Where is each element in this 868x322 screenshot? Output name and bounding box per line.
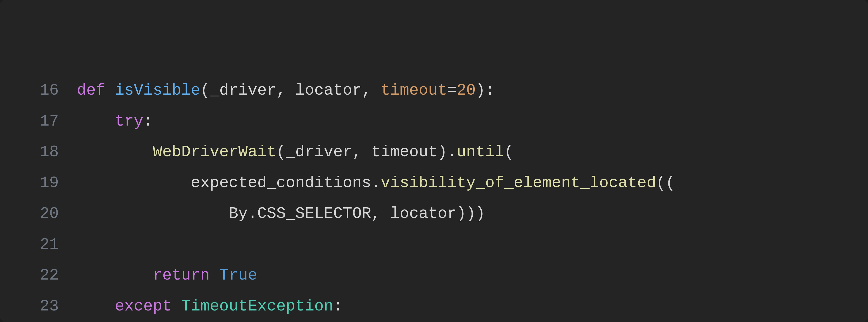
code-token	[105, 81, 115, 99]
code-token: (	[504, 143, 514, 161]
code-token: CSS_SELECTOR	[257, 205, 371, 223]
code-token: ,	[371, 205, 381, 223]
code-token: try	[115, 112, 143, 130]
code-content[interactable]: except TimeoutException:	[77, 291, 868, 322]
line-number: 22	[0, 260, 77, 291]
code-token: ,	[352, 143, 362, 161]
code-line[interactable]: 19 expected_conditions.visibility_of_ele…	[0, 168, 868, 199]
code-token: _driver	[210, 81, 276, 99]
code-line[interactable]: 23 except TimeoutException:	[0, 291, 868, 322]
code-line[interactable]: 16def isVisible(_driver, locator, timeou…	[0, 75, 868, 106]
code-token	[172, 297, 181, 315]
line-number: 18	[0, 137, 77, 168]
indent	[77, 143, 153, 161]
code-content[interactable]: return True	[77, 260, 868, 291]
code-token: :	[143, 112, 153, 130]
code-token	[381, 205, 390, 223]
code-token: (	[200, 81, 210, 99]
code-token: True	[219, 266, 257, 284]
code-line[interactable]: 22 return True	[0, 260, 868, 291]
code-token: By	[229, 205, 248, 223]
code-token: ,	[276, 81, 286, 99]
line-number: 17	[0, 106, 77, 137]
code-token: .	[447, 143, 457, 161]
code-token: ,	[362, 81, 371, 99]
code-token: _driver	[286, 143, 352, 161]
line-number: 16	[0, 75, 77, 106]
code-token: TimeoutException	[181, 297, 333, 315]
code-token: return	[153, 266, 210, 284]
code-token: .	[248, 205, 257, 223]
code-token: (	[656, 174, 665, 192]
code-content[interactable]: expected_conditions.visibility_of_elemen…	[77, 168, 868, 199]
code-token	[362, 143, 371, 161]
code-token: visibility_of_element_located	[381, 174, 656, 192]
code-token: )	[438, 143, 447, 161]
code-token	[286, 81, 295, 99]
code-content[interactable]: By.CSS_SELECTOR, locator)))	[77, 199, 868, 229]
code-token: 20	[457, 81, 475, 99]
code-token: except	[115, 297, 172, 315]
code-token: =	[447, 81, 457, 99]
code-token: (	[665, 174, 675, 192]
code-token: )	[466, 205, 475, 223]
code-token: timeout	[381, 81, 447, 99]
code-token: )	[475, 81, 485, 99]
code-line[interactable]: 21	[0, 229, 868, 260]
code-token: isVisible	[115, 81, 200, 99]
code-token: (	[276, 143, 286, 161]
code-editor[interactable]: 16def isVisible(_driver, locator, timeou…	[0, 0, 868, 322]
indent	[77, 174, 191, 192]
code-content[interactable]: def isVisible(_driver, locator, timeout=…	[77, 75, 868, 106]
code-token: )	[475, 205, 485, 223]
line-number: 20	[0, 199, 77, 229]
code-line[interactable]: 18 WebDriverWait(_driver, timeout).until…	[0, 137, 868, 168]
line-number: 21	[0, 229, 77, 260]
indent	[77, 297, 115, 315]
line-number: 19	[0, 168, 77, 199]
code-token: def	[77, 81, 105, 99]
code-line[interactable]: 17 try:	[0, 106, 868, 137]
code-token: )	[457, 205, 466, 223]
code-token	[210, 266, 219, 284]
code-token: :	[333, 297, 343, 315]
code-content[interactable]: WebDriverWait(_driver, timeout).until(	[77, 137, 868, 168]
code-token: .	[371, 174, 381, 192]
code-token: locator	[295, 81, 362, 99]
code-token: until	[457, 143, 504, 161]
indent	[77, 112, 115, 130]
code-line[interactable]: 20 By.CSS_SELECTOR, locator)))	[0, 199, 868, 229]
indent	[77, 266, 153, 284]
code-token: timeout	[371, 143, 438, 161]
code-token	[371, 81, 381, 99]
line-number: 23	[0, 291, 77, 322]
code-token: :	[485, 81, 495, 99]
code-token: WebDriverWait	[153, 143, 276, 161]
indent	[77, 205, 229, 223]
code-content[interactable]: try:	[77, 106, 868, 137]
code-token: locator	[390, 205, 457, 223]
code-token: expected_conditions	[191, 174, 371, 192]
